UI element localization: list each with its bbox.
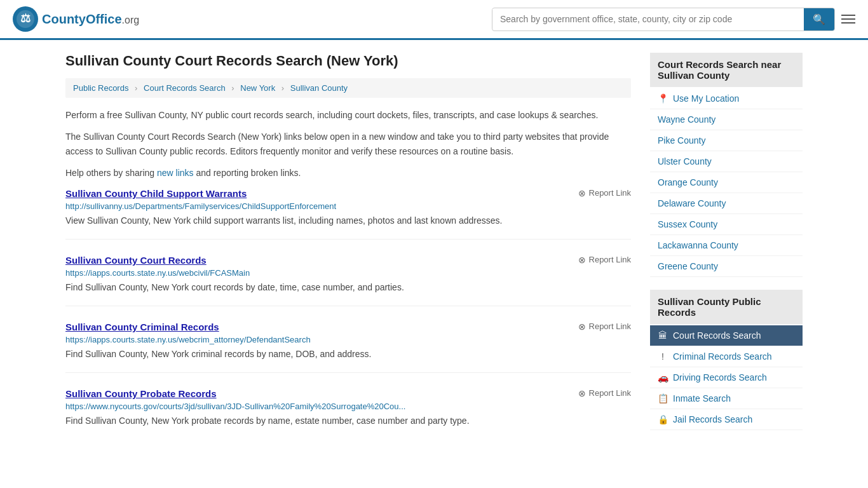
svg-text:⚖: ⚖ (20, 12, 31, 25)
breadcrumb-sullivan-county[interactable]: Sullivan County (290, 83, 348, 93)
description-1: Perform a free Sullivan County, NY publi… (65, 108, 631, 122)
public-records-link-2[interactable]: 🚗Driving Records Search (650, 367, 803, 388)
description-3-pre: Help others by sharing (65, 168, 157, 178)
nearby-link-4[interactable]: Orange County (650, 172, 803, 193)
breadcrumb-court-records[interactable]: Court Records Search (144, 83, 226, 93)
menu-line (841, 18, 855, 20)
site-header: ⚖ CountyOffice.org 🔍 (0, 0, 868, 40)
crosshair-icon: ⊗ (578, 388, 586, 398)
report-link-0[interactable]: ⊗ Report Link (578, 188, 631, 198)
record-title-1[interactable]: Sullivan County Court Records (65, 255, 207, 266)
breadcrumb-public-records[interactable]: Public Records (73, 83, 128, 93)
menu-line (841, 22, 855, 24)
nearby-link-0[interactable]: 📍Use My Location (650, 88, 803, 109)
record-title-2[interactable]: Sullivan County Criminal Records (65, 322, 219, 332)
record-entry: Sullivan County Probate Records ⊗ Report… (65, 388, 631, 439)
report-link-label: Report Link (589, 322, 631, 331)
nearby-links-container: 📍Use My LocationWayne CountyPike CountyU… (650, 88, 803, 277)
logo-text: CountyOffice.org (42, 12, 139, 27)
record-entry: Sullivan County Child Support Warrants ⊗… (65, 188, 631, 240)
nearby-link-1[interactable]: Wayne County (650, 109, 803, 130)
report-link-3[interactable]: ⊗ Report Link (578, 388, 631, 398)
sidebar: Court Records Search near Sullivan Count… (650, 53, 803, 454)
sidebar-icon: 🚗 (658, 372, 668, 383)
record-desc-0: View Sullivan County, New York child sup… (65, 214, 631, 227)
crosshair-icon: ⊗ (578, 188, 586, 198)
record-title-0[interactable]: Sullivan County Child Support Warrants (65, 188, 247, 199)
public-records-link-1[interactable]: !Criminal Records Search (650, 346, 803, 367)
nearby-link-label: Wayne County (658, 114, 715, 125)
nearby-link-2[interactable]: Pike County (650, 130, 803, 151)
record-desc-1: Find Sullivan County, New York court rec… (65, 281, 631, 294)
menu-button[interactable] (841, 15, 855, 24)
public-records-link-label: Criminal Records Search (673, 351, 772, 362)
description-2: The Sullivan County Court Records Search… (65, 130, 631, 158)
nearby-link-7[interactable]: Lackawanna County (650, 235, 803, 256)
logo-area: ⚖ CountyOffice.org (13, 6, 139, 32)
search-bar: 🔍 (492, 8, 835, 31)
nearby-link-5[interactable]: Delaware County (650, 193, 803, 214)
sidebar-nearby-section: Court Records Search near Sullivan Count… (650, 53, 803, 277)
public-records-links-container: 🏛Court Records Search!Criminal Records S… (650, 325, 803, 430)
report-link-1[interactable]: ⊗ Report Link (578, 255, 631, 265)
breadcrumb: Public Records › Court Records Search › … (65, 78, 631, 98)
record-entry: Sullivan County Court Records ⊗ Report L… (65, 255, 631, 306)
menu-line (841, 15, 855, 16)
record-entry: Sullivan County Criminal Records ⊗ Repor… (65, 322, 631, 373)
main-container: Sullivan County Court Records Search (Ne… (53, 40, 815, 467)
record-header: Sullivan County Criminal Records ⊗ Repor… (65, 322, 631, 332)
content-area: Sullivan County Court Records Search (Ne… (65, 53, 631, 454)
report-link-2[interactable]: ⊗ Report Link (578, 322, 631, 332)
public-records-link-label: Driving Records Search (673, 372, 767, 383)
report-link-label: Report Link (589, 255, 631, 264)
search-input[interactable] (492, 9, 804, 29)
nearby-link-label: Sussex County (658, 219, 717, 229)
nearby-link-label: Orange County (658, 177, 718, 187)
nearby-link-6[interactable]: Sussex County (650, 214, 803, 235)
nearby-link-label: Ulster County (658, 156, 712, 166)
record-title-3[interactable]: Sullivan County Probate Records (65, 388, 217, 399)
public-records-link-4[interactable]: 🔒Jail Records Search (650, 409, 803, 430)
breadcrumb-sep: › (135, 83, 137, 93)
record-url-3[interactable]: https://www.nycourts.gov/courts/3jd/sull… (65, 402, 631, 411)
location-icon: 📍 (658, 93, 668, 104)
breadcrumb-new-york[interactable]: New York (240, 83, 275, 93)
nearby-link-label: Use My Location (673, 93, 739, 104)
public-records-link-label: Inmate Search (673, 393, 731, 403)
public-records-link-label: Court Records Search (673, 330, 761, 341)
public-records-link-3[interactable]: 📋Inmate Search (650, 388, 803, 409)
crosshair-icon: ⊗ (578, 255, 586, 265)
crosshair-icon: ⊗ (578, 322, 586, 332)
logo-icon: ⚖ (13, 6, 38, 32)
report-link-label: Report Link (589, 388, 631, 398)
record-header: Sullivan County Court Records ⊗ Report L… (65, 255, 631, 266)
description-3: Help others by sharing new links and rep… (65, 166, 631, 180)
sidebar-icon: 🔒 (658, 414, 668, 424)
record-url-0[interactable]: http://sullivanny.us/Departments/Familys… (65, 201, 631, 211)
public-records-link-0[interactable]: 🏛Court Records Search (650, 325, 803, 346)
breadcrumb-sep: › (231, 83, 234, 93)
nearby-link-label: Greene County (658, 261, 718, 271)
report-link-label: Report Link (589, 188, 631, 198)
records-container: Sullivan County Child Support Warrants ⊗… (65, 188, 631, 439)
sidebar-icon: 🏛 (658, 330, 668, 341)
sidebar-icon: ! (658, 351, 668, 362)
record-url-2[interactable]: https://iapps.courts.state.ny.us/webcrim… (65, 335, 631, 344)
nearby-link-3[interactable]: Ulster County (650, 151, 803, 172)
record-url-1[interactable]: https://iapps.courts.state.ny.us/webcivi… (65, 268, 631, 278)
search-button[interactable]: 🔍 (804, 8, 834, 30)
nearby-link-8[interactable]: Greene County (650, 256, 803, 277)
sidebar-public-records-section: Sullivan County Public Records 🏛Court Re… (650, 290, 803, 430)
breadcrumb-sep: › (281, 83, 284, 93)
page-title: Sullivan County Court Records Search (Ne… (65, 53, 631, 69)
record-desc-3: Find Sullivan County, New York probate r… (65, 414, 631, 428)
record-header: Sullivan County Child Support Warrants ⊗… (65, 188, 631, 199)
public-records-link-label: Jail Records Search (673, 414, 752, 424)
description-3-post: and reporting broken links. (194, 168, 301, 178)
record-header: Sullivan County Probate Records ⊗ Report… (65, 388, 631, 399)
sidebar-icon: 📋 (658, 393, 668, 403)
nearby-link-label: Pike County (658, 135, 705, 146)
sidebar-public-records-title: Sullivan County Public Records (650, 290, 803, 324)
new-links-link[interactable]: new links (157, 168, 194, 178)
sidebar-nearby-title: Court Records Search near Sullivan Count… (650, 53, 803, 87)
